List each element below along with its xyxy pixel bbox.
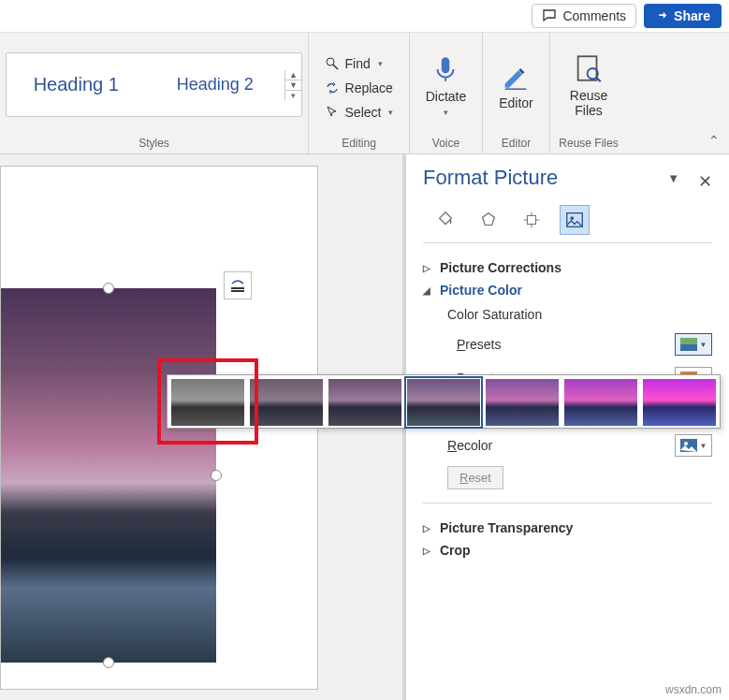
svg-point-0 <box>327 58 334 66</box>
ribbon-collapse-icon[interactable]: ⌃ <box>708 133 720 148</box>
reset-button[interactable]: Reset <box>447 466 503 489</box>
preset-option-5[interactable] <box>486 379 559 426</box>
preset-swatch-icon <box>680 338 697 351</box>
section-crop[interactable]: ▷ Crop <box>423 539 712 561</box>
find-button[interactable]: Find ▾ <box>325 56 394 71</box>
find-caret-icon[interactable]: ▾ <box>378 59 383 68</box>
gallery-down-button[interactable]: ▼ <box>285 80 301 91</box>
replace-icon <box>325 80 340 95</box>
chevron-right-icon: ▷ <box>423 523 432 533</box>
share-button[interactable]: Share <box>644 4 722 28</box>
select-caret-icon[interactable]: ▾ <box>388 108 393 117</box>
editor-group-label: Editor <box>488 135 544 153</box>
mic-icon <box>430 53 461 85</box>
chevron-right-icon: ▷ <box>423 263 432 273</box>
styles-gallery[interactable]: Heading 1 Heading 2 ▲ ▼ ▾ <box>6 52 302 117</box>
recolor-dropdown[interactable]: ▼ <box>675 434 712 457</box>
tab-picture[interactable] <box>560 205 590 235</box>
crop-label: Crop <box>440 543 471 558</box>
saturation-presets-flyout <box>167 374 721 429</box>
comments-label: Comments <box>562 8 626 23</box>
fill-icon <box>435 210 456 230</box>
svg-rect-2 <box>442 57 450 73</box>
preset-option-4[interactable] <box>407 379 480 426</box>
resize-handle-right[interactable] <box>211 470 222 481</box>
gallery-up-button[interactable]: ▲ <box>285 70 301 80</box>
selected-picture[interactable] <box>1 288 216 663</box>
select-label: Select <box>345 105 382 120</box>
share-label: Share <box>674 8 710 23</box>
svg-rect-17 <box>680 344 697 351</box>
layout-icon <box>521 210 542 230</box>
corrections-label: Picture Corrections <box>440 260 561 275</box>
layout-options-icon <box>228 276 247 295</box>
presets1-label: Presets <box>457 337 501 352</box>
reuse-files-icon <box>573 52 605 84</box>
section-picture-color[interactable]: ◢ Picture Color <box>423 279 712 301</box>
gallery-more-button[interactable]: ▾ <box>285 91 301 100</box>
comment-icon <box>542 8 557 23</box>
svg-point-15 <box>570 216 574 220</box>
dictate-label: Dictate <box>426 89 467 104</box>
select-icon <box>325 105 340 120</box>
section-picture-corrections[interactable]: ▷ Picture Corrections <box>423 256 712 279</box>
svg-rect-7 <box>231 290 244 292</box>
chevron-right-icon: ▷ <box>423 546 432 556</box>
reuse-group-label: Reuse Files <box>556 135 621 153</box>
style-heading2[interactable]: Heading 2 <box>146 54 285 115</box>
dictate-button[interactable]: Dictate ▾ <box>416 48 476 123</box>
select-button[interactable]: Select ▾ <box>325 105 394 120</box>
editor-button[interactable]: Editor <box>489 54 543 116</box>
transparency-label: Picture Transparency <box>440 520 573 535</box>
tab-effects[interactable] <box>474 205 503 235</box>
reuse-files-button[interactable]: Reuse Files <box>561 47 617 124</box>
picture-color-label: Picture Color <box>440 283 522 298</box>
pane-options-button[interactable]: ▼ <box>667 171 679 192</box>
replace-label: Replace <box>345 80 393 95</box>
find-icon <box>325 56 340 71</box>
watermark: wsxdn.com <box>665 683 722 696</box>
editor-label: Editor <box>499 95 533 110</box>
reuse-label: Reuse Files <box>570 88 607 118</box>
editor-icon <box>500 60 532 92</box>
recolor-label: Recolor <box>447 438 492 453</box>
find-label: Find <box>345 56 371 71</box>
saturation-presets-dropdown[interactable]: ▼ <box>675 333 712 356</box>
preset-option-3[interactable] <box>328 379 401 426</box>
tab-layout[interactable] <box>517 205 547 235</box>
style-heading1[interactable]: Heading 1 <box>7 53 146 116</box>
svg-marker-8 <box>483 213 495 226</box>
svg-rect-6 <box>231 287 244 289</box>
recolor-swatch-icon <box>680 439 697 452</box>
resize-handle-top[interactable] <box>103 283 114 294</box>
resize-handle-bottom[interactable] <box>103 657 114 668</box>
voice-group-label: Voice <box>416 135 476 153</box>
share-icon <box>655 9 668 22</box>
editing-group-label: Editing <box>314 135 403 153</box>
replace-button[interactable]: Replace <box>325 80 394 95</box>
pane-close-button[interactable]: ✕ <box>698 171 712 192</box>
layout-options-button[interactable] <box>224 271 252 299</box>
effects-icon <box>478 210 499 230</box>
tab-fill-line[interactable] <box>430 205 460 235</box>
picture-icon <box>564 210 585 230</box>
preset-option-6[interactable] <box>564 379 637 426</box>
section-picture-transparency[interactable]: ▷ Picture Transparency <box>423 517 712 539</box>
svg-rect-9 <box>527 215 535 224</box>
svg-point-21 <box>684 442 688 445</box>
styles-group-label: Styles <box>6 135 302 153</box>
svg-line-1 <box>333 65 338 69</box>
preset-option-2[interactable] <box>250 379 323 426</box>
preset-option-7[interactable] <box>643 379 716 426</box>
preset-option-1[interactable] <box>171 379 244 426</box>
dictate-caret: ▾ <box>444 108 448 117</box>
chevron-down-icon: ◢ <box>423 285 432 296</box>
comments-button[interactable]: Comments <box>532 4 636 28</box>
saturation-label: Color Saturation <box>447 301 712 328</box>
